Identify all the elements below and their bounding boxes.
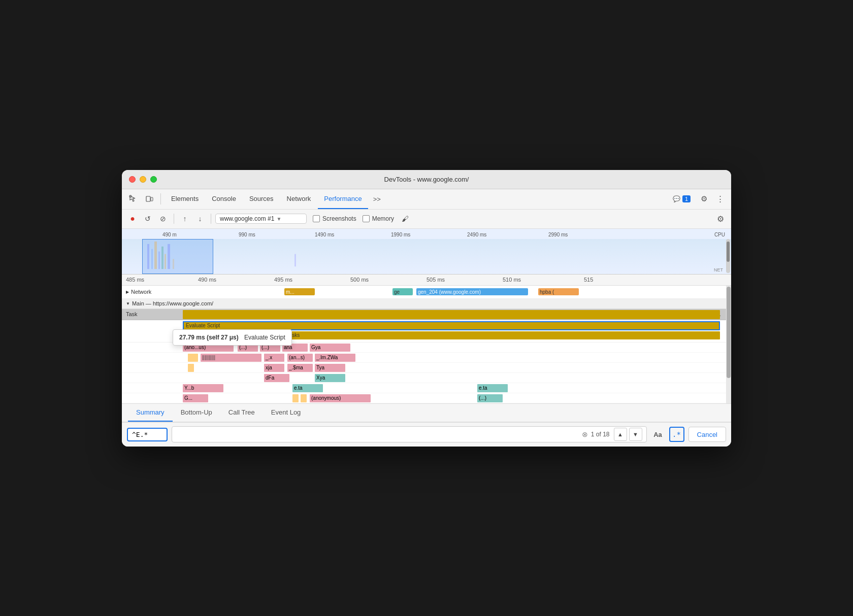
flame-bar-small-yellow2[interactable] bbox=[188, 364, 194, 372]
timeline-scrollbar[interactable] bbox=[726, 239, 730, 273]
recording-url-select[interactable]: www.google.com #1 ▼ bbox=[215, 214, 307, 224]
inspect-element-icon[interactable] bbox=[126, 192, 140, 206]
flame-bar-eta2[interactable]: e.ta bbox=[477, 384, 508, 392]
title-bar: DevTools - www.google.com/ bbox=[122, 170, 731, 189]
screenshots-checkbox-item[interactable]: Screenshots bbox=[313, 215, 356, 222]
flame-bar-lmzwa[interactable]: _.lm.ZWa bbox=[315, 354, 355, 362]
time-mark-510: 510 ms bbox=[503, 277, 521, 283]
evaluate-script-bar[interactable]: Evaluate Script bbox=[183, 321, 720, 330]
flame-bar-tya[interactable]: Tya bbox=[315, 364, 345, 372]
timeline-selection[interactable] bbox=[142, 239, 213, 274]
notification-icon: 💬 bbox=[673, 195, 680, 202]
flame-bar-yb[interactable]: Y...b bbox=[183, 384, 223, 392]
settings-icon[interactable]: ⚙ bbox=[697, 192, 711, 206]
time-mark-2490: 2490 ms bbox=[467, 232, 486, 237]
network-bar-hpba[interactable]: hpba ( bbox=[538, 288, 579, 295]
capture-settings-icon[interactable]: ⚙ bbox=[714, 212, 727, 225]
paint-icon[interactable]: 🖌 bbox=[400, 214, 410, 224]
minimize-button[interactable] bbox=[140, 176, 146, 183]
close-button[interactable] bbox=[129, 176, 136, 183]
flame-bar-gdot[interactable]: G... bbox=[183, 394, 208, 402]
screenshots-checkbox[interactable] bbox=[313, 215, 320, 222]
flame-bar-xya[interactable]: Xya bbox=[315, 374, 345, 382]
main-collapse-icon[interactable]: ▼ bbox=[126, 301, 130, 306]
timeline-scrollbar-thumb[interactable] bbox=[727, 242, 730, 262]
network-bar-ge-label: ge bbox=[394, 289, 400, 295]
task-flame-bar[interactable] bbox=[183, 310, 720, 319]
search-prev-button[interactable]: ▲ bbox=[614, 428, 627, 441]
search-main-area[interactable]: ⊗ 1 of 18 ▲ ▼ bbox=[172, 426, 647, 442]
toolbar-divider-1 bbox=[160, 193, 161, 204]
memory-label: Memory bbox=[372, 215, 394, 222]
flame-bar-gya[interactable]: Gya bbox=[310, 344, 350, 352]
clear-recording-button[interactable]: ⊘ bbox=[156, 212, 170, 225]
network-label-text: Network bbox=[131, 289, 151, 295]
recording-toolbar: ● ↺ ⊘ ↑ ↓ www.google.com #1 ▼ Screenshot… bbox=[122, 210, 731, 229]
tab-bottom-up[interactable]: Bottom-Up bbox=[173, 403, 220, 422]
network-bar-gen204[interactable]: gen_204 (www.google.com) bbox=[416, 288, 528, 295]
search-bar: ⊗ 1 of 18 ▲ ▼ Aa .* Cancel bbox=[122, 422, 731, 447]
tab-event-log[interactable]: Event Log bbox=[263, 403, 309, 422]
search-clear-icon[interactable]: ⊗ bbox=[582, 430, 588, 438]
more-options-icon[interactable]: ⋮ bbox=[713, 192, 727, 206]
tab-elements[interactable]: Elements bbox=[165, 189, 205, 209]
device-toolbar-icon[interactable] bbox=[142, 192, 156, 206]
search-input[interactable] bbox=[132, 431, 162, 438]
flame-bar-eta1[interactable]: e.ta bbox=[292, 384, 323, 392]
flame-bar-sma[interactable]: _.$ma bbox=[287, 364, 313, 372]
tab-nav: Elements Console Sources Network Perform… bbox=[165, 189, 667, 209]
tab-console[interactable]: Console bbox=[206, 189, 242, 209]
flame-bar-dfa[interactable]: dFa bbox=[264, 374, 289, 382]
flamegraph-area: 485 ms 490 ms 495 ms 500 ms 505 ms 510 m… bbox=[122, 275, 731, 404]
notifications-button[interactable]: 💬 1 bbox=[669, 193, 695, 204]
memory-checkbox[interactable] bbox=[363, 215, 370, 222]
flame-bar-xja[interactable]: xja bbox=[264, 364, 284, 372]
tab-call-tree[interactable]: Call Tree bbox=[220, 403, 263, 422]
devtools-window: DevTools - www.google.com/ Elements Cons… bbox=[122, 170, 731, 447]
flame-bar-anonymous[interactable]: (anonymous) bbox=[310, 394, 371, 402]
flame-bar-small-yellow3[interactable] bbox=[292, 394, 299, 402]
evaluate-script-row: Evaluate Script 27.79 ms (self 27 μs) Ev… bbox=[122, 320, 731, 343]
network-row-content: m... ge gen_204 (www.google.com) hpba ( bbox=[183, 286, 731, 297]
time-mark-505: 505 ms bbox=[426, 277, 445, 283]
tab-sources[interactable]: Sources bbox=[243, 189, 280, 209]
network-bar-m[interactable]: m... bbox=[284, 288, 315, 295]
tab-more[interactable]: >> bbox=[369, 189, 385, 209]
notification-count: 1 bbox=[682, 195, 691, 202]
network-bar-ge[interactable]: ge bbox=[392, 288, 413, 295]
tab-summary[interactable]: Summary bbox=[128, 403, 173, 422]
network-collapse-icon[interactable]: ▶ bbox=[126, 290, 129, 294]
bottom-tabs: Summary Bottom-Up Call Tree Event Log bbox=[122, 404, 731, 422]
search-count: 1 of 18 bbox=[591, 431, 610, 438]
flame-bar-ans[interactable]: (an...s) bbox=[287, 354, 313, 362]
flamegraph-scrollbar-thumb[interactable] bbox=[727, 287, 731, 378]
flame-bar-dotx[interactable]: _.x bbox=[264, 354, 284, 362]
timeline-overview[interactable]: 490 m 990 ms 1490 ms 1990 ms 2490 ms 299… bbox=[122, 229, 731, 275]
search-next-button[interactable]: ▼ bbox=[629, 428, 642, 441]
reload-record-button[interactable]: ↺ bbox=[141, 212, 154, 225]
flame-bar-small-yellow4[interactable] bbox=[301, 394, 307, 402]
tab-network[interactable]: Network bbox=[281, 189, 317, 209]
time-mark-1490: 1490 ms bbox=[315, 232, 334, 237]
time-mark-490-ruler: 490 ms bbox=[198, 277, 216, 283]
flame-bar-multiple-strips[interactable]: |||||||||| bbox=[201, 354, 261, 362]
search-regex-button[interactable]: .* bbox=[669, 427, 684, 442]
flame-bar-small-yellow1[interactable] bbox=[188, 354, 198, 362]
time-mark-500: 500 ms bbox=[350, 277, 369, 283]
download-button[interactable]: ↓ bbox=[193, 212, 207, 225]
svg-rect-11 bbox=[294, 254, 296, 266]
run-microtasks-bar[interactable]: RunMicrotasks bbox=[264, 331, 720, 339]
record-button[interactable]: ● bbox=[126, 212, 139, 225]
search-input-wrap[interactable] bbox=[127, 428, 168, 441]
time-mark-485: 485 ms bbox=[126, 277, 144, 283]
flamegraph-scrollbar[interactable] bbox=[726, 286, 731, 403]
search-case-sensitive-button[interactable]: Aa bbox=[651, 427, 665, 441]
upload-button[interactable]: ↑ bbox=[178, 212, 191, 225]
maximize-button[interactable] bbox=[150, 176, 157, 183]
devtools-toolbar: Elements Console Sources Network Perform… bbox=[122, 189, 731, 210]
search-cancel-button[interactable]: Cancel bbox=[688, 427, 726, 442]
memory-checkbox-item[interactable]: Memory bbox=[363, 215, 394, 222]
tab-performance[interactable]: Performance bbox=[318, 189, 368, 209]
network-bar-m-label: m... bbox=[286, 289, 294, 295]
flame-bar-dotdot[interactable]: (...) bbox=[477, 394, 503, 402]
